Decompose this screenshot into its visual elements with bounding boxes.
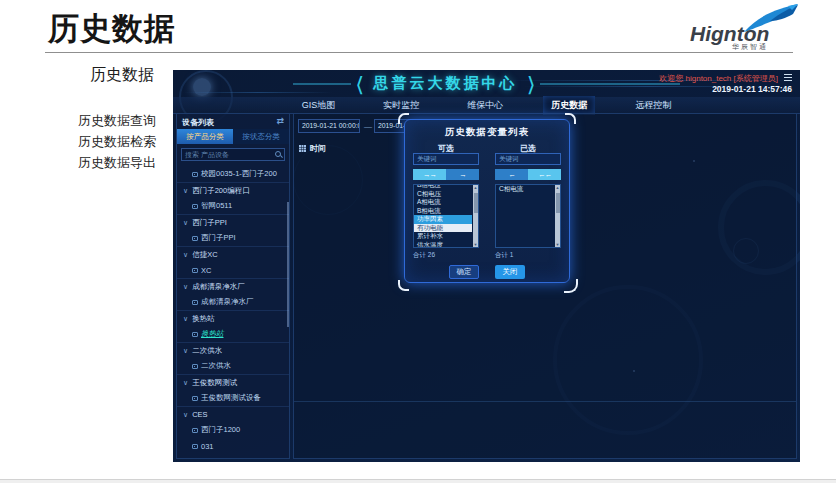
move-all-right-button[interactable]: →→ <box>413 169 446 180</box>
grid-icon <box>299 145 306 152</box>
modal-corner-bracket <box>565 113 576 124</box>
tree-group-13[interactable]: ∨王俊数网测试 <box>177 374 289 390</box>
chevron-down-icon: ∨ <box>183 411 188 419</box>
move-right-button[interactable]: → <box>446 169 479 180</box>
tree-leaf-8[interactable]: 成都清泉净水厂 <box>177 294 289 310</box>
tree-item-label: 西门子200编程口 <box>192 186 250 196</box>
tree-leaf-17[interactable]: 031 <box>177 438 289 451</box>
tree-item-label: 二次供水 <box>192 346 222 356</box>
chosen-item-0[interactable]: C相电流 <box>496 185 554 194</box>
move-all-left-button[interactable]: ←← <box>528 169 561 180</box>
table-header-time: 时间 <box>310 143 326 154</box>
available-item-5[interactable]: 有功电能 <box>414 224 472 233</box>
nav-tab-4[interactable]: 远程控制 <box>627 96 679 115</box>
tree-item-label: 西门子PPI <box>201 233 236 243</box>
device-tag-icon <box>192 396 198 401</box>
device-tag-icon <box>192 364 198 369</box>
title-bracket-right: ❭ <box>526 73 537 94</box>
move-left-button[interactable]: ← <box>495 169 528 180</box>
available-item-1[interactable]: C相电压 <box>414 190 472 199</box>
side-nav-item-query[interactable]: 历史数据查询 <box>78 110 156 131</box>
tree-item-label: 二次供水 <box>201 361 231 371</box>
tree-group-5[interactable]: ∨信捷XC <box>177 246 289 262</box>
chevron-down-icon: ∨ <box>183 347 188 355</box>
device-tag-icon <box>192 332 198 337</box>
tree-leaf-2[interactable]: 智网0511 <box>177 198 289 214</box>
close-button[interactable]: 关闭 <box>495 265 525 279</box>
tree-leaf-16[interactable]: 西门子1200 <box>177 422 289 438</box>
nav-tab-0[interactable]: GIS地图 <box>294 96 344 115</box>
search-icon <box>275 151 281 157</box>
collapse-panel-icon[interactable]: ⇄ <box>276 116 284 126</box>
available-item-4[interactable]: 功率因素 <box>414 215 472 224</box>
tree-leaf-12[interactable]: 二次供水 <box>177 358 289 374</box>
side-nav-item-search[interactable]: 历史数据检索 <box>78 131 156 152</box>
tree-group-7[interactable]: ∨成都清泉净水厂 <box>177 278 289 294</box>
side-nav-item-export[interactable]: 历史数据导出 <box>78 152 156 173</box>
date-range-separator: — <box>364 122 372 131</box>
logo-sub-text: 华辰智通 <box>732 42 768 52</box>
chosen-list-scrollbar[interactable] <box>555 185 560 247</box>
device-panel-title: 设备列表 <box>182 118 214 127</box>
table-divider <box>294 401 796 402</box>
tab-by-status[interactable]: 按状态分类 <box>233 129 289 144</box>
available-listbox: B相电压C相电压A相电流B相电流功率因素有功电能累计补水供水温度 <box>413 184 479 248</box>
available-keyword-input[interactable]: 关键词 <box>413 153 479 165</box>
title-divider <box>45 52 793 53</box>
device-tag-icon <box>192 172 198 177</box>
available-item-6[interactable]: 累计补水 <box>414 232 472 241</box>
tree-group-15[interactable]: ∨CES <box>177 406 289 422</box>
available-item-7[interactable]: 供水温度 <box>414 241 472 249</box>
nav-tab-2[interactable]: 维保中心 <box>459 96 511 115</box>
tree-scrollbar[interactable] <box>287 202 289 327</box>
dashboard-screenshot: ❬ 思普云大数据中心 ❭ 欢迎您 hignton_tech [系统管理员] 20… <box>173 70 800 462</box>
chosen-keyword-input[interactable]: 关键词 <box>495 153 561 165</box>
tree-leaf-6[interactable]: XC <box>177 262 289 278</box>
tree-group-11[interactable]: ∨二次供水 <box>177 342 289 358</box>
available-column: 可选 关键词 →→ → B相电压C相电压A相电流B相电流功率因素有功电能累计补水… <box>413 143 479 260</box>
device-list-panel: 设备列表 ⇄ 按产品分类 按状态分类 搜索 产品设备 校园0035-1-西门子2… <box>176 113 290 459</box>
chevron-down-icon: ∨ <box>183 283 188 291</box>
chevron-down-icon: ∨ <box>183 187 188 195</box>
tree-group-9[interactable]: ∨换热站 <box>177 310 289 326</box>
available-total: 合计 26 <box>413 251 479 260</box>
datetime-text: 2019-01-21 14:57:46 <box>712 84 792 94</box>
date-from-input[interactable]: 2019-01-21 00:00:00 <box>298 119 360 133</box>
tree-group-1[interactable]: ∨西门子200编程口 <box>177 182 289 198</box>
hignton-logo: Hignton 华辰智通 <box>684 6 796 50</box>
side-nav-heading: 历史数据 <box>90 65 154 86</box>
device-search-placeholder: 搜索 产品设备 <box>182 149 284 160</box>
chosen-label: 已选 <box>495 143 561 153</box>
available-item-3[interactable]: B相电流 <box>414 207 472 216</box>
tree-item-label: 信捷XC <box>192 250 217 260</box>
variable-list-modal: 历史数据变量列表 可选 关键词 →→ → B相电压C相电压A相电流B相电流功率因… <box>404 119 570 283</box>
chevron-down-icon: ∨ <box>183 315 188 323</box>
menu-icon[interactable] <box>784 74 792 81</box>
nav-tab-1[interactable]: 实时监控 <box>375 96 427 115</box>
available-list-scrollbar[interactable] <box>473 185 478 247</box>
tab-by-product[interactable]: 按产品分类 <box>177 129 233 144</box>
chosen-total: 合计 1 <box>495 251 561 260</box>
nav-tab-3[interactable]: 历史数据 <box>543 96 595 115</box>
history-content-area: 2019-01-21 00:00:00 — 2019-01-2 时间 历史数据变… <box>293 113 797 459</box>
confirm-button[interactable]: 确定 <box>449 265 479 279</box>
device-tag-icon <box>192 300 198 305</box>
tree-leaf-0[interactable]: 校园0035-1-西门子200 <box>177 166 289 182</box>
tree-group-3[interactable]: ∨西门子PPI <box>177 214 289 230</box>
tree-item-label: 成都清泉净水厂 <box>192 282 245 292</box>
chosen-listbox: C相电流 <box>495 184 561 248</box>
tree-item-label: 智网0511 <box>201 201 232 211</box>
tree-item-label: CES <box>192 410 207 419</box>
available-item-2[interactable]: A相电流 <box>414 198 472 207</box>
modal-corner-bracket <box>398 280 409 291</box>
device-tree: 校园0035-1-西门子200∨西门子200编程口智网0511∨西门子PPI西门… <box>177 163 289 451</box>
dashboard-title: 思普云大数据中心 <box>374 74 518 93</box>
chevron-down-icon: ∨ <box>183 379 188 387</box>
device-tag-icon <box>192 428 198 433</box>
tree-leaf-14[interactable]: 王俊数网测试设备 <box>177 390 289 406</box>
tree-leaf-4[interactable]: 西门子PPI <box>177 230 289 246</box>
chevron-down-icon: ∨ <box>183 251 188 259</box>
page-title: 历史数据 <box>48 8 176 50</box>
device-search-input[interactable]: 搜索 产品设备 <box>181 148 285 161</box>
tree-leaf-10[interactable]: 换热站 <box>177 326 289 342</box>
